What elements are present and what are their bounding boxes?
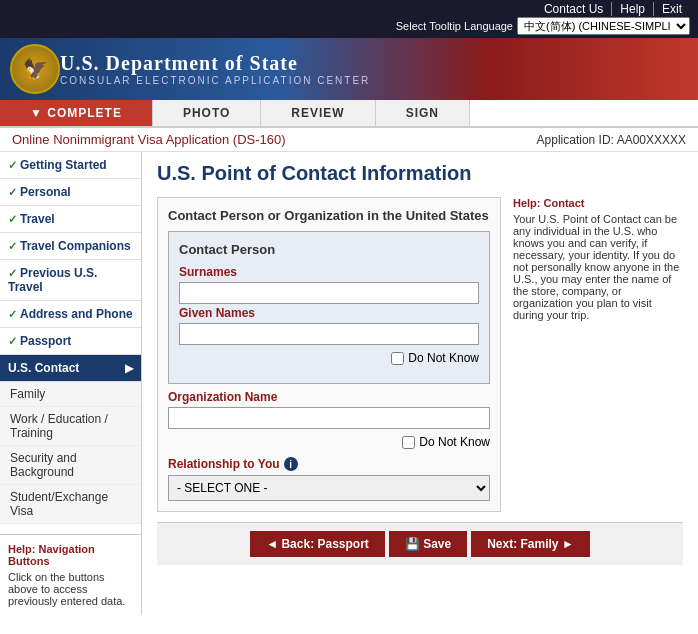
org-name-input[interactable]	[168, 407, 490, 429]
do-not-know-label-2: Do Not Know	[419, 435, 490, 449]
bottom-nav: ◄ Back: Passport 💾 Save Next: Family ►	[157, 522, 683, 565]
contact-us-link[interactable]: Contact Us	[536, 2, 612, 16]
top-right-section: Contact Us Help Exit Select Tooltip Lang…	[396, 2, 690, 36]
sidebar-item-address-phone[interactable]: ✓Address and Phone	[0, 301, 141, 328]
tab-complete[interactable]: ▼ COMPLETE	[0, 100, 153, 126]
surnames-input[interactable]	[179, 282, 479, 304]
contact-person-label: Contact Person	[179, 242, 479, 257]
page-title: U.S. Point of Contact Information	[157, 162, 683, 185]
sidebar-item-travel-companions[interactable]: ✓Travel Companions	[0, 233, 141, 260]
tab-review[interactable]: REVIEW	[261, 100, 375, 126]
help-box-text: Your U.S. Point of Contact can be any in…	[513, 213, 683, 321]
sidebar-item-travel[interactable]: ✓Travel	[0, 206, 141, 233]
do-not-know-checkbox-2[interactable]	[402, 436, 415, 449]
help-box: Help: Contact Your U.S. Point of Contact…	[513, 197, 683, 512]
us-contact-arrow-icon: ▶	[125, 362, 133, 375]
top-bar: Contact Us Help Exit Select Tooltip Lang…	[0, 0, 698, 38]
sidebar-item-getting-started[interactable]: ✓Getting Started	[0, 152, 141, 179]
do-not-know-checkbox-1[interactable]	[391, 352, 404, 365]
tooltip-lang-label: Select Tooltip Language	[396, 20, 513, 32]
app-id: Application ID: AA00XXXXX	[537, 133, 686, 147]
site-title: U.S. Department of State	[60, 52, 370, 75]
header-text: U.S. Department of State Consular Electr…	[60, 52, 370, 86]
sidebar-sub-security[interactable]: Security and Background	[0, 446, 141, 485]
sidebar-item-us-contact[interactable]: U.S. Contact ▶	[0, 355, 141, 382]
site-header: 🦅 U.S. Department of State Consular Elec…	[0, 38, 698, 100]
nav-tabs: ▼ COMPLETE PHOTO REVIEW SIGN	[0, 100, 698, 128]
back-button[interactable]: ◄ Back: Passport	[250, 531, 385, 557]
app-id-value: AA00XXXXX	[617, 133, 686, 147]
next-button[interactable]: Next: Family ►	[471, 531, 590, 557]
surnames-label: Surnames	[179, 265, 479, 279]
help-box-title: Help: Contact	[513, 197, 585, 209]
sidebar-help-title: Help: Navigation Buttons	[8, 543, 133, 567]
info-icon[interactable]: i	[284, 457, 298, 471]
main-layout: ✓Getting Started ✓Personal ✓Travel ✓Trav…	[0, 152, 698, 615]
sidebar-item-personal[interactable]: ✓Personal	[0, 179, 141, 206]
app-bar: Online Nonimmigrant Visa Application (DS…	[0, 128, 698, 152]
seal-logo: 🦅	[10, 44, 60, 94]
save-button[interactable]: 💾 Save	[389, 531, 467, 557]
sidebar-sub-student-visa[interactable]: Student/Exchange Visa	[0, 485, 141, 524]
relationship-select[interactable]: - SELECT ONE - Spouse Child Parent Sibli…	[168, 475, 490, 501]
app-id-label: Application ID:	[537, 133, 614, 147]
sidebar-sub-family[interactable]: Family	[0, 382, 141, 407]
do-not-know-row-1: Do Not Know	[179, 351, 479, 365]
given-names-label: Given Names	[179, 306, 479, 320]
sidebar-sub-work-education[interactable]: Work / Education / Training	[0, 407, 141, 446]
sidebar: ✓Getting Started ✓Personal ✓Travel ✓Trav…	[0, 152, 142, 615]
sidebar-help: Help: Navigation Buttons Click on the bu…	[0, 534, 141, 615]
site-subtitle: Consular Electronic Application Center	[60, 75, 370, 86]
sidebar-help-text: Click on the buttons above to access pre…	[8, 571, 133, 607]
form-section-title: Contact Person or Organization in the Un…	[168, 208, 490, 223]
relationship-label: Relationship to You i	[168, 457, 490, 471]
exit-link[interactable]: Exit	[654, 2, 690, 16]
org-name-label: Organization Name	[168, 390, 490, 404]
top-links: Contact Us Help Exit	[536, 2, 690, 16]
org-section: Organization Name Do Not Know	[168, 390, 490, 449]
help-link[interactable]: Help	[612, 2, 654, 16]
main-content: U.S. Point of Contact Information Contac…	[142, 152, 698, 615]
do-not-know-row-2: Do Not Know	[168, 435, 490, 449]
relationship-section: Relationship to You i - SELECT ONE - Spo…	[168, 457, 490, 501]
given-names-input[interactable]	[179, 323, 479, 345]
form-name: Online Nonimmigrant Visa Application (DS…	[12, 132, 286, 147]
form-section: Contact Person or Organization in the Un…	[157, 197, 501, 512]
tab-sign[interactable]: SIGN	[376, 100, 470, 126]
tooltip-language-section: Select Tooltip Language 中文(简体) (CHINESE-…	[396, 16, 690, 36]
tab-photo[interactable]: PHOTO	[153, 100, 261, 126]
do-not-know-label-1: Do Not Know	[408, 351, 479, 365]
contact-person-box: Contact Person Surnames Given Names Do N…	[168, 231, 490, 384]
sidebar-item-previous-us-travel[interactable]: ✓Previous U.S. Travel	[0, 260, 141, 301]
sidebar-item-passport[interactable]: ✓Passport	[0, 328, 141, 355]
language-select[interactable]: 中文(简体) (CHINESE-SIMPLI	[517, 17, 690, 35]
content-row: Contact Person or Organization in the Un…	[157, 197, 683, 512]
